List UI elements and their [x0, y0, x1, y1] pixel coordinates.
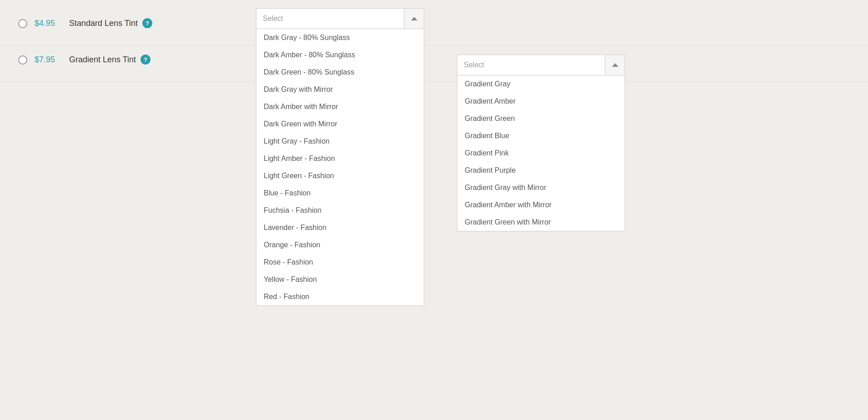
standard-help-icon[interactable]: ?	[142, 18, 152, 28]
gradient-price: $7.95	[35, 55, 62, 65]
standard-dropdown-item[interactable]: Orange - Fashion	[256, 236, 424, 254]
gradient-dropdown-item[interactable]: Gradient Green with Mirror	[457, 214, 625, 231]
gradient-dropdown-item[interactable]: Gradient Blue	[457, 127, 625, 145]
page-container: $4.95 Standard Lens Tint ? $7.95 Gradien…	[0, 0, 868, 420]
standard-row-content: $4.95 Standard Lens Tint ?	[18, 18, 157, 28]
gradient-dropdown-item[interactable]: Gradient Gray	[457, 75, 625, 93]
standard-dropdown-item[interactable]: Dark Amber with Mirror	[256, 98, 424, 115]
standard-dropdown-item[interactable]: Lavender - Fashion	[256, 219, 424, 236]
gradient-label-text: Gradient Lens Tint	[69, 55, 136, 65]
gradient-label: Gradient Lens Tint ?	[69, 55, 151, 65]
gradient-select-trigger[interactable]: Select	[457, 55, 625, 75]
standard-label: Standard Lens Tint ?	[69, 18, 152, 28]
gradient-dropdown-item[interactable]: Gradient Green	[457, 110, 625, 127]
gradient-lens-row: $7.95 Gradient Lens Tint ?	[0, 45, 868, 82]
standard-label-text: Standard Lens Tint	[69, 19, 138, 28]
standard-select-trigger[interactable]: Select	[256, 8, 424, 29]
gradient-dropdown-item[interactable]: Gradient Gray with Mirror	[457, 179, 625, 196]
gradient-arrow-up-icon	[612, 63, 618, 67]
standard-select-arrow[interactable]	[404, 9, 424, 29]
gradient-radio[interactable]	[18, 55, 27, 65]
standard-lens-row: $4.95 Standard Lens Tint ?	[0, 9, 868, 45]
gradient-dropdown-item[interactable]: Gradient Pink	[457, 145, 625, 162]
standard-select-placeholder: Select	[256, 10, 404, 27]
standard-dropdown-item[interactable]: Light Green - Fashion	[256, 167, 424, 185]
gradient-dropdown-list: Gradient GrayGradient AmberGradient Gree…	[457, 75, 625, 231]
standard-dropdown-item[interactable]: Dark Gray with Mirror	[256, 81, 424, 98]
gradient-dropdown-item[interactable]: Gradient Purple	[457, 162, 625, 179]
gradient-select-container: Select Gradient GrayGradient AmberGradie…	[457, 55, 625, 231]
standard-dropdown-item[interactable]: Blue - Fashion	[256, 185, 424, 202]
standard-price: $4.95	[35, 19, 62, 28]
gradient-select-placeholder: Select	[457, 56, 605, 74]
standard-dropdown-item[interactable]: Light Amber - Fashion	[256, 150, 424, 167]
standard-dropdown-item[interactable]: Light Gray - Fashion	[256, 133, 424, 150]
standard-arrow-up-icon	[411, 17, 417, 20]
standard-dropdown-item[interactable]: Red - Fashion	[256, 288, 424, 305]
standard-dropdown-item[interactable]: Fuchsia - Fashion	[256, 202, 424, 219]
gradient-help-icon[interactable]: ?	[140, 55, 151, 65]
standard-select-container: Select Dark Gray - 80% SunglassDark Ambe…	[256, 8, 424, 306]
standard-dropdown-item[interactable]: Dark Green with Mirror	[256, 115, 424, 133]
standard-dropdown-item[interactable]: Yellow - Fashion	[256, 271, 424, 288]
standard-dropdown-item[interactable]: Dark Green - 80% Sunglass	[256, 64, 424, 81]
standard-dropdown-item[interactable]: Rose - Fashion	[256, 254, 424, 271]
standard-dropdown-item[interactable]: Dark Gray - 80% Sunglass	[256, 29, 424, 46]
gradient-select-arrow[interactable]	[605, 55, 625, 75]
standard-dropdown-list: Dark Gray - 80% SunglassDark Amber - 80%…	[256, 29, 424, 306]
standard-dropdown-item[interactable]: Dark Amber - 80% Sunglass	[256, 46, 424, 64]
gradient-dropdown-item[interactable]: Gradient Amber	[457, 93, 625, 110]
gradient-row-content: $7.95 Gradient Lens Tint ?	[18, 55, 155, 65]
standard-radio[interactable]	[18, 19, 27, 28]
gradient-dropdown-item[interactable]: Gradient Amber with Mirror	[457, 196, 625, 214]
